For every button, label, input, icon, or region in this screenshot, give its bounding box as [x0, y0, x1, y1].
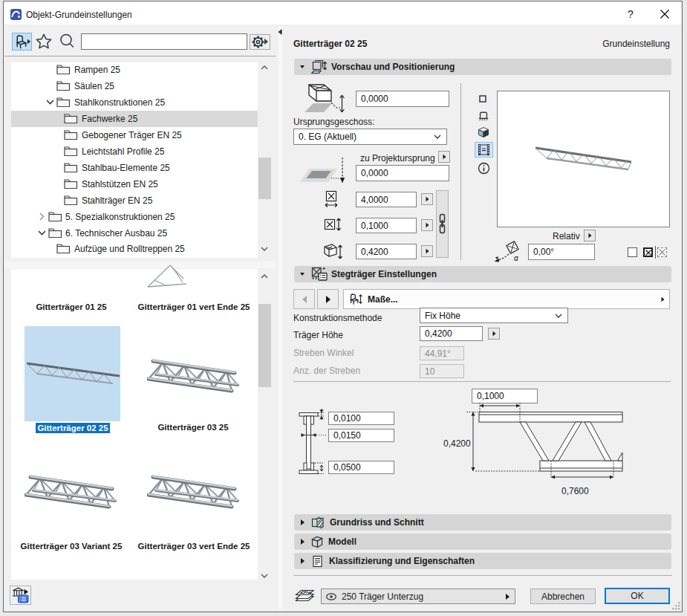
svg-text:α: α: [514, 254, 518, 262]
